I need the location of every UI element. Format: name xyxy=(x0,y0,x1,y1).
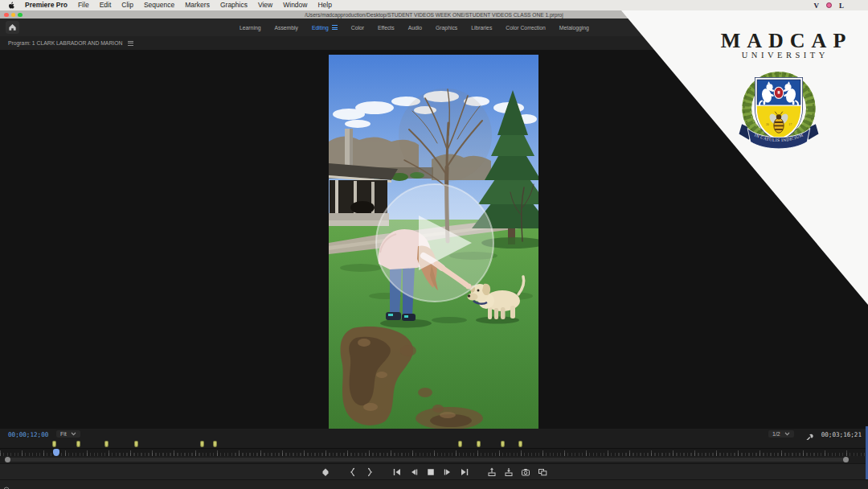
timeline-marker[interactable] xyxy=(52,441,56,447)
workspace-menu-icon[interactable] xyxy=(332,24,338,31)
comparison-view-button[interactable] xyxy=(537,466,548,478)
zoom-window-button[interactable] xyxy=(18,13,23,18)
menu-markers[interactable]: Markers xyxy=(185,0,210,10)
timeline-marker[interactable] xyxy=(477,441,481,447)
menu-sequence[interactable]: Sequence xyxy=(144,0,174,10)
menu-file[interactable]: File xyxy=(78,0,89,10)
go-to-in-button[interactable] xyxy=(391,466,403,478)
go-to-in-icon xyxy=(392,467,402,477)
add-marker-icon xyxy=(321,467,330,477)
mark-out-button[interactable] xyxy=(364,466,375,478)
duration-timecode: 00;03;16;21 xyxy=(821,431,862,438)
close-window-button[interactable] xyxy=(4,13,9,18)
mark-out-icon xyxy=(365,467,375,477)
tab-effects[interactable]: Effects xyxy=(378,25,395,31)
program-panel-title[interactable]: Program: 1 CLARK LABRADOR AND MARION xyxy=(8,40,122,46)
tab-metalogging[interactable]: Metalogging xyxy=(559,25,589,31)
menu-window[interactable]: Window xyxy=(283,0,307,10)
play-button-overlay xyxy=(376,184,493,302)
brand-name: MADCAP xyxy=(701,29,866,53)
home-button[interactable] xyxy=(6,21,19,34)
menu-edit[interactable]: Edit xyxy=(100,0,112,10)
play-stop-button[interactable] xyxy=(425,466,436,478)
home-icon xyxy=(8,20,17,35)
university-crest: 20 17 IN CATULIS INDICIUM xyxy=(736,60,821,158)
step-forward-icon xyxy=(443,467,452,477)
workspace-tab-bar: Learning Assembly Editing Color Effects … xyxy=(240,18,589,36)
menu-view[interactable]: View xyxy=(258,0,272,10)
zoom-level-select[interactable]: Fit xyxy=(56,430,80,438)
add-marker-button[interactable] xyxy=(320,466,331,478)
menu-clip[interactable]: Clip xyxy=(121,0,133,10)
timeline-scrollbar xyxy=(0,456,868,463)
menubar-status-icon-2[interactable] xyxy=(826,2,832,8)
tab-editing[interactable]: Editing xyxy=(312,24,338,31)
status-strip xyxy=(0,479,868,489)
export-frame-button[interactable] xyxy=(520,466,531,478)
apple-menu-icon[interactable] xyxy=(8,2,14,9)
marker-lane xyxy=(0,440,868,448)
tab-color[interactable]: Color xyxy=(351,25,364,31)
extract-icon xyxy=(504,467,514,477)
step-back-icon xyxy=(409,467,419,477)
timeline-marker[interactable] xyxy=(76,441,80,447)
timeline-marker[interactable] xyxy=(200,441,204,447)
tab-graphics[interactable]: Graphics xyxy=(436,25,457,31)
timeline-marker[interactable] xyxy=(104,441,108,447)
chevron-down-icon xyxy=(71,432,76,436)
comparison-view-icon xyxy=(538,467,547,477)
scrollbar-left-handle[interactable] xyxy=(5,457,10,462)
tab-learning[interactable]: Learning xyxy=(240,25,260,31)
scrollbar-track[interactable] xyxy=(7,458,847,462)
timeline-marker[interactable] xyxy=(213,441,217,447)
timeline-marker[interactable] xyxy=(518,441,522,447)
menubar-status-icon-1[interactable]: V xyxy=(813,2,819,10)
window-controls xyxy=(4,13,23,18)
status-icon xyxy=(3,482,10,489)
menu-premiere-pro[interactable]: Premiere Pro xyxy=(25,0,68,10)
premiere-pro-window: Premiere Pro File Edit Clip Sequence Mar… xyxy=(0,0,868,489)
video-preview[interactable] xyxy=(329,55,538,429)
tab-audio[interactable]: Audio xyxy=(408,25,422,31)
chevron-down-icon xyxy=(784,432,790,436)
mark-in-icon xyxy=(348,467,358,477)
menu-help[interactable]: Help xyxy=(317,0,331,10)
menubar-status-icons: V L xyxy=(813,0,844,10)
panel-menu-icon[interactable] xyxy=(128,39,133,47)
go-to-out-button[interactable] xyxy=(459,466,470,478)
camera-icon xyxy=(521,467,530,477)
go-to-out-icon xyxy=(460,467,469,477)
lift-icon xyxy=(487,467,497,477)
timeline-marker[interactable] xyxy=(458,441,462,447)
stop-icon xyxy=(425,466,436,478)
project-path: /Users/madcapproduction/Desktop/STUDENT … xyxy=(305,12,563,18)
playback-resolution-select[interactable]: 1/2 xyxy=(768,430,794,438)
timeline-marker[interactable] xyxy=(501,441,505,447)
brand-subtitle: UNIVERSITY xyxy=(701,51,866,60)
timeline-marker[interactable] xyxy=(134,441,138,447)
video-still xyxy=(329,55,538,429)
macos-menu-bar: Premiere Pro File Edit Clip Sequence Mar… xyxy=(0,0,868,10)
transport-controls xyxy=(0,463,868,480)
lift-button[interactable] xyxy=(486,466,497,478)
year-left: 20 xyxy=(766,122,769,126)
mark-in-button[interactable] xyxy=(347,466,358,478)
menubar-status-icon-3[interactable]: L xyxy=(839,2,844,10)
monitor-controls-row: 00;00;12;00 Fit 1/2 00;03;16;21 xyxy=(0,429,868,440)
scrollbar-right-handle[interactable] xyxy=(843,457,849,462)
step-back-button[interactable] xyxy=(408,466,420,478)
step-forward-button[interactable] xyxy=(442,466,453,478)
extract-button[interactable] xyxy=(503,466,514,478)
minimize-window-button[interactable] xyxy=(11,13,16,18)
tab-color-correction[interactable]: Color Correction xyxy=(506,25,545,31)
tab-libraries[interactable]: Libraries xyxy=(471,25,492,31)
current-timecode[interactable]: 00;00;12;00 xyxy=(8,431,48,438)
year-right: 17 xyxy=(788,122,792,126)
menu-graphics[interactable]: Graphics xyxy=(220,0,248,10)
tab-assembly[interactable]: Assembly xyxy=(274,25,297,31)
playhead[interactable] xyxy=(53,449,59,456)
